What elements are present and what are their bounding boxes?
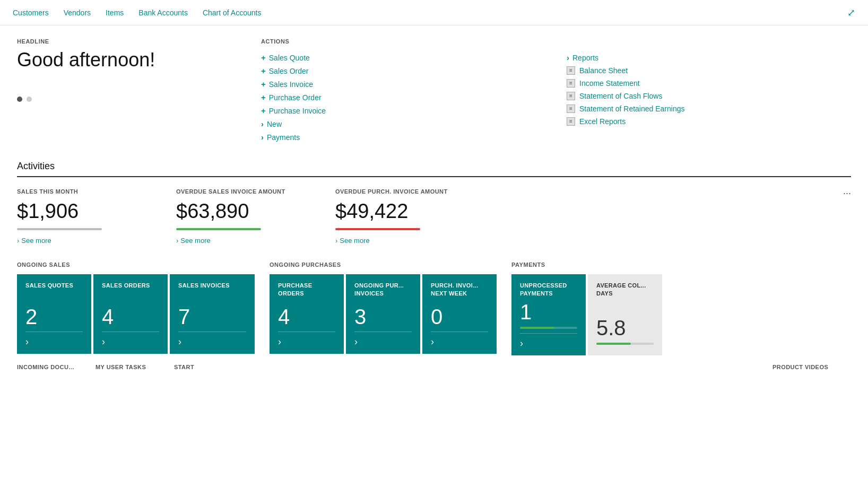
dot-2[interactable] <box>27 97 32 102</box>
ongoing-sales-label: ONGOING SALES <box>17 262 257 268</box>
bottom-labels-row: INCOMING DOCU... MY USER TASKS START PRO… <box>17 364 851 370</box>
action-sales-quote[interactable]: + Sales Quote <box>261 51 545 64</box>
tile-label: PURCH. INVOI... NEXT WEEK <box>431 282 488 297</box>
tile-sales-quotes[interactable]: SALES QUOTES 2 › <box>17 274 91 354</box>
tile-arrow: › <box>102 332 159 347</box>
action-label: Purchase Order <box>269 93 322 102</box>
payments-label: PAYMENTS <box>511 262 664 268</box>
nav-bank-accounts[interactable]: Bank Accounts <box>138 8 188 17</box>
tile-arrow: › <box>25 332 83 347</box>
action-label: Balance Sheet <box>579 66 628 75</box>
see-more-link-2[interactable]: › See more <box>335 237 473 245</box>
action-excel-reports[interactable]: ≡ Excel Reports <box>567 115 851 128</box>
nav-customers[interactable]: Customers <box>13 8 49 17</box>
ongoing-sales-group: ONGOING SALES SALES QUOTES 2 › SALES ORD… <box>17 262 257 354</box>
action-label: Sales Invoice <box>269 80 313 89</box>
top-navigation: Customers Vendors Items Bank Accounts Ch… <box>0 0 868 25</box>
tile-value: 7 <box>178 294 246 332</box>
action-new[interactable]: › New <box>261 117 545 130</box>
action-label: New <box>267 120 282 128</box>
tile-label: UNPROCESSED PAYMENTS <box>520 282 577 297</box>
action-balance-sheet[interactable]: ≡ Balance Sheet <box>567 64 851 77</box>
ongoing-purchases-tiles: PURCHASE ORDERS 4 › ONGOING PUR... INVOI… <box>270 274 499 354</box>
bottom-label-user-tasks: MY USER TASKS <box>96 364 172 370</box>
tile-label: PURCHASE ORDERS <box>278 282 335 297</box>
action-label: Sales Quote <box>269 54 310 62</box>
action-sales-invoice[interactable]: + Sales Invoice <box>261 77 545 91</box>
tile-unprocessed-payments[interactable]: UNPROCESSED PAYMENTS 1 › <box>511 274 586 355</box>
tile-value: 5.8 <box>596 301 654 343</box>
actions-col2: › Reports ≡ Balance Sheet ≡ Income State… <box>567 51 851 144</box>
activities-more-icon[interactable]: ··· <box>843 188 851 199</box>
tile-purch-invoi-next-week[interactable]: PURCH. INVOI... NEXT WEEK 0 › <box>422 274 497 354</box>
report-icon: ≡ <box>567 79 575 88</box>
tile-arrow: › <box>520 333 577 349</box>
action-label: Excel Reports <box>579 117 626 126</box>
report-icon: ≡ <box>567 66 575 75</box>
report-icon: ≡ <box>567 117 575 126</box>
tile-groups-row: ONGOING SALES SALES QUOTES 2 › SALES ORD… <box>17 262 851 355</box>
activity-bar <box>176 228 261 230</box>
action-label: Sales Order <box>269 67 309 75</box>
tile-average-col-days[interactable]: AVERAGE COL... DAYS 5.8 <box>588 274 662 355</box>
action-label: Statement of Retained Earnings <box>579 104 684 113</box>
tile-value: 0 <box>431 301 488 332</box>
tile-sales-invoices[interactable]: SALES INVOICES 7 › <box>170 274 255 354</box>
nav-items[interactable]: Items <box>106 8 124 17</box>
tile-ongoing-pur-invoices[interactable]: ONGOING PUR... INVOICES 3 › <box>346 274 420 354</box>
action-prefix: + <box>261 53 266 62</box>
tile-value: 2 <box>25 294 83 332</box>
headline-label: HEADLINE <box>17 38 219 45</box>
actions-label: ACTIONS <box>261 38 851 45</box>
action-income-statement[interactable]: ≡ Income Statement <box>567 77 851 90</box>
chevron-right-icon: › <box>335 237 337 245</box>
tile-label: ONGOING PUR... INVOICES <box>354 282 412 297</box>
tile-arrow: › <box>178 332 246 347</box>
activity-value: $63,890 <box>176 200 314 223</box>
activity-label: SALES THIS MONTH <box>17 188 155 196</box>
headline-section: HEADLINE Good afternoon! <box>17 38 219 144</box>
ongoing-purchases-label: ONGOING PURCHASES <box>270 262 499 268</box>
ongoing-sales-tiles: SALES QUOTES 2 › SALES ORDERS 4 › SALES … <box>17 274 257 354</box>
see-more-link-1[interactable]: › See more <box>176 237 314 245</box>
dot-1[interactable] <box>17 97 22 102</box>
activity-value: $1,906 <box>17 200 155 223</box>
actions-grid: + Sales Quote + Sales Order + Sales Invo… <box>261 51 851 144</box>
tile-label: SALES ORDERS <box>102 282 159 289</box>
activity-label: OVERDUE PURCH. INVOICE AMOUNT <box>335 188 473 196</box>
activity-label: OVERDUE SALES INVOICE AMOUNT <box>176 188 314 196</box>
actions-section: ACTIONS + Sales Quote + Sales Order + Sa… <box>261 38 851 144</box>
activity-bar <box>17 228 102 230</box>
action-sales-order[interactable]: + Sales Order <box>261 64 545 77</box>
payments-group: PAYMENTS UNPROCESSED PAYMENTS 1 › AVERAG… <box>511 262 664 355</box>
report-icon: ≡ <box>567 104 575 113</box>
action-label: Income Statement <box>579 79 640 88</box>
tile-sales-orders[interactable]: SALES ORDERS 4 › <box>93 274 168 354</box>
headline-actions-row: HEADLINE Good afternoon! ACTIONS + Sales… <box>17 38 851 144</box>
activity-value: $49,422 <box>335 200 473 223</box>
tile-progress-bar-fill <box>520 327 554 329</box>
expand-icon[interactable]: ⤢ <box>847 7 855 19</box>
action-label: Purchase Invoice <box>269 107 326 115</box>
action-label: Payments <box>267 133 300 142</box>
action-purchase-invoice[interactable]: + Purchase Invoice <box>261 104 545 117</box>
action-cash-flows[interactable]: ≡ Statement of Cash Flows <box>567 90 851 102</box>
nav-chart-of-accounts[interactable]: Chart of Accounts <box>203 8 262 17</box>
headline-greeting: Good afternoon! <box>17 49 219 71</box>
activities-title: Activities <box>17 161 851 172</box>
nav-vendors[interactable]: Vendors <box>64 8 91 17</box>
tile-label: AVERAGE COL... DAYS <box>596 282 654 297</box>
actions-col1: + Sales Quote + Sales Order + Sales Invo… <box>261 51 545 144</box>
ongoing-purchases-group: ONGOING PURCHASES PURCHASE ORDERS 4 › ON… <box>270 262 499 354</box>
action-payments[interactable]: › Payments <box>261 130 545 144</box>
action-purchase-order[interactable]: + Purchase Order <box>261 91 545 104</box>
see-more-link-0[interactable]: › See more <box>17 237 155 245</box>
bottom-label-product-videos: PRODUCT VIDEOS <box>772 364 849 370</box>
tile-label: SALES QUOTES <box>25 282 83 289</box>
tile-progress-bar-container <box>520 327 577 329</box>
activity-card-overdue-purch: OVERDUE PURCH. INVOICE AMOUNT $49,422 › … <box>335 188 473 245</box>
tile-purchase-orders[interactable]: PURCHASE ORDERS 4 › <box>270 274 344 354</box>
action-reports[interactable]: › Reports <box>567 51 851 64</box>
action-retained-earnings[interactable]: ≡ Statement of Retained Earnings <box>567 102 851 115</box>
tile-value: 4 <box>278 301 335 332</box>
